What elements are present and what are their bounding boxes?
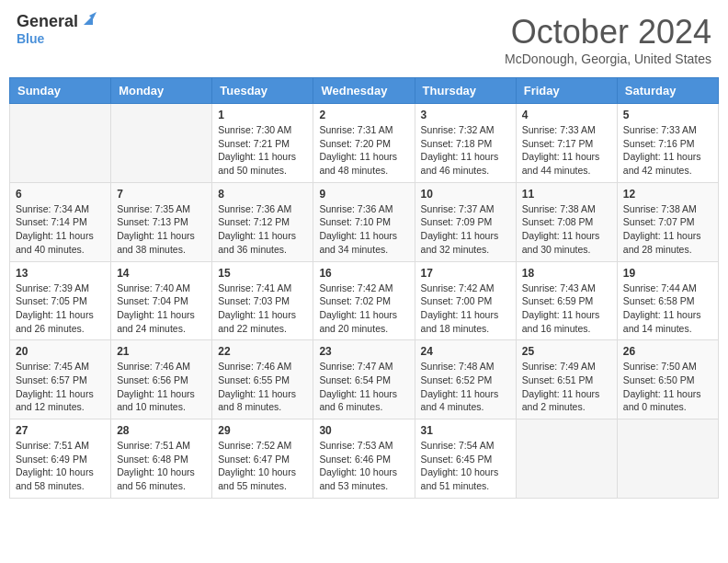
logo-blue: Blue: [17, 31, 44, 46]
calendar-day-cell: 1Sunrise: 7:30 AM Sunset: 7:21 PM Daylig…: [212, 104, 313, 183]
day-number: 19: [623, 267, 712, 280]
calendar-day-cell: 16Sunrise: 7:42 AM Sunset: 7:02 PM Dayli…: [313, 261, 415, 340]
calendar-day-cell: 7Sunrise: 7:35 AM Sunset: 7:13 PM Daylig…: [111, 182, 212, 261]
calendar-day-cell: 27Sunrise: 7:51 AM Sunset: 6:49 PM Dayli…: [10, 419, 111, 499]
day-info: Sunrise: 7:50 AM Sunset: 6:50 PM Dayligh…: [623, 360, 712, 414]
day-info: Sunrise: 7:39 AM Sunset: 7:05 PM Dayligh…: [16, 282, 105, 336]
calendar-week-row: 6Sunrise: 7:34 AM Sunset: 7:14 PM Daylig…: [10, 182, 719, 261]
calendar-day-cell: 8Sunrise: 7:36 AM Sunset: 7:12 PM Daylig…: [212, 182, 313, 261]
day-info: Sunrise: 7:40 AM Sunset: 7:04 PM Dayligh…: [117, 282, 206, 336]
day-number: 20: [16, 345, 105, 358]
day-info: Sunrise: 7:42 AM Sunset: 7:00 PM Dayligh…: [421, 282, 510, 336]
logo: General Blue: [17, 13, 97, 46]
day-info: Sunrise: 7:51 AM Sunset: 6:49 PM Dayligh…: [16, 439, 105, 493]
page-header: General Blue October 2024 McDonough, Geo…: [9, 9, 719, 70]
calendar-day-cell: 13Sunrise: 7:39 AM Sunset: 7:05 PM Dayli…: [10, 261, 111, 340]
day-info: Sunrise: 7:36 AM Sunset: 7:12 PM Dayligh…: [218, 202, 307, 257]
month-title: October 2024: [505, 13, 711, 52]
calendar-day-cell: 25Sunrise: 7:49 AM Sunset: 6:51 PM Dayli…: [516, 340, 617, 419]
day-info: Sunrise: 7:33 AM Sunset: 7:16 PM Dayligh…: [623, 123, 712, 178]
day-number: 17: [421, 267, 510, 280]
calendar-day-cell: [617, 419, 718, 499]
day-number: 18: [522, 267, 611, 280]
day-info: Sunrise: 7:46 AM Sunset: 6:56 PM Dayligh…: [117, 360, 206, 414]
calendar-day-cell: 19Sunrise: 7:44 AM Sunset: 6:58 PM Dayli…: [617, 261, 718, 340]
calendar-week-row: 20Sunrise: 7:45 AM Sunset: 6:57 PM Dayli…: [10, 340, 719, 419]
day-number: 31: [421, 424, 510, 437]
calendar-day-cell: 10Sunrise: 7:37 AM Sunset: 7:09 PM Dayli…: [415, 182, 516, 261]
day-info: Sunrise: 7:49 AM Sunset: 6:51 PM Dayligh…: [522, 360, 611, 414]
day-number: 25: [522, 345, 611, 358]
calendar-day-cell: 17Sunrise: 7:42 AM Sunset: 7:00 PM Dayli…: [415, 261, 516, 340]
calendar-day-cell: [10, 104, 111, 183]
day-of-week-header: Friday: [516, 78, 617, 104]
day-info: Sunrise: 7:30 AM Sunset: 7:21 PM Dayligh…: [218, 123, 307, 178]
calendar-day-cell: [516, 419, 617, 499]
day-info: Sunrise: 7:51 AM Sunset: 6:48 PM Dayligh…: [117, 439, 206, 493]
day-info: Sunrise: 7:33 AM Sunset: 7:17 PM Dayligh…: [522, 123, 611, 178]
calendar-header-row: SundayMondayTuesdayWednesdayThursdayFrid…: [10, 78, 719, 104]
calendar-day-cell: 31Sunrise: 7:54 AM Sunset: 6:45 PM Dayli…: [415, 419, 516, 499]
day-number: 30: [319, 424, 408, 437]
day-of-week-header: Tuesday: [212, 78, 313, 104]
day-number: 6: [16, 188, 105, 201]
day-number: 12: [623, 188, 712, 201]
title-section: October 2024 McDonough, Georgia, United …: [505, 13, 711, 66]
day-info: Sunrise: 7:34 AM Sunset: 7:14 PM Dayligh…: [16, 202, 105, 257]
calendar-day-cell: 22Sunrise: 7:46 AM Sunset: 6:55 PM Dayli…: [212, 340, 313, 419]
day-number: 26: [623, 345, 712, 358]
calendar-day-cell: 26Sunrise: 7:50 AM Sunset: 6:50 PM Dayli…: [617, 340, 718, 419]
calendar-day-cell: 14Sunrise: 7:40 AM Sunset: 7:04 PM Dayli…: [111, 261, 212, 340]
calendar-week-row: 13Sunrise: 7:39 AM Sunset: 7:05 PM Dayli…: [10, 261, 719, 340]
day-number: 22: [218, 345, 307, 358]
calendar-day-cell: 21Sunrise: 7:46 AM Sunset: 6:56 PM Dayli…: [111, 340, 212, 419]
calendar-day-cell: 6Sunrise: 7:34 AM Sunset: 7:14 PM Daylig…: [10, 182, 111, 261]
calendar-day-cell: 9Sunrise: 7:36 AM Sunset: 7:10 PM Daylig…: [313, 182, 415, 261]
day-of-week-header: Thursday: [415, 78, 516, 104]
day-info: Sunrise: 7:31 AM Sunset: 7:20 PM Dayligh…: [319, 123, 408, 178]
svg-marker-1: [89, 12, 97, 19]
calendar-day-cell: 23Sunrise: 7:47 AM Sunset: 6:54 PM Dayli…: [313, 340, 415, 419]
day-number: 16: [319, 267, 408, 280]
calendar-day-cell: 12Sunrise: 7:38 AM Sunset: 7:07 PM Dayli…: [617, 182, 718, 261]
day-number: 28: [117, 424, 206, 437]
day-number: 21: [117, 345, 206, 358]
day-number: 7: [117, 188, 206, 201]
day-of-week-header: Saturday: [617, 78, 718, 104]
calendar-day-cell: 5Sunrise: 7:33 AM Sunset: 7:16 PM Daylig…: [617, 104, 718, 183]
day-info: Sunrise: 7:52 AM Sunset: 6:47 PM Dayligh…: [218, 439, 307, 493]
day-info: Sunrise: 7:42 AM Sunset: 7:02 PM Dayligh…: [319, 282, 408, 336]
day-info: Sunrise: 7:45 AM Sunset: 6:57 PM Dayligh…: [16, 360, 105, 414]
day-number: 23: [319, 345, 408, 358]
day-number: 3: [421, 109, 510, 121]
day-number: 27: [16, 424, 105, 437]
calendar-day-cell: 4Sunrise: 7:33 AM Sunset: 7:17 PM Daylig…: [516, 104, 617, 183]
calendar-day-cell: 11Sunrise: 7:38 AM Sunset: 7:08 PM Dayli…: [516, 182, 617, 261]
day-info: Sunrise: 7:37 AM Sunset: 7:09 PM Dayligh…: [421, 202, 510, 257]
day-number: 14: [117, 267, 206, 280]
day-number: 10: [421, 188, 510, 201]
calendar-day-cell: 2Sunrise: 7:31 AM Sunset: 7:20 PM Daylig…: [313, 104, 415, 183]
logo-bird-icon: [80, 12, 97, 29]
day-info: Sunrise: 7:41 AM Sunset: 7:03 PM Dayligh…: [218, 282, 307, 336]
calendar-day-cell: 29Sunrise: 7:52 AM Sunset: 6:47 PM Dayli…: [212, 419, 313, 499]
calendar-day-cell: 30Sunrise: 7:53 AM Sunset: 6:46 PM Dayli…: [313, 419, 415, 499]
day-info: Sunrise: 7:48 AM Sunset: 6:52 PM Dayligh…: [421, 360, 510, 414]
calendar-week-row: 1Sunrise: 7:30 AM Sunset: 7:21 PM Daylig…: [10, 104, 719, 183]
day-info: Sunrise: 7:36 AM Sunset: 7:10 PM Dayligh…: [319, 202, 408, 257]
day-info: Sunrise: 7:46 AM Sunset: 6:55 PM Dayligh…: [218, 360, 307, 414]
calendar-day-cell: 3Sunrise: 7:32 AM Sunset: 7:18 PM Daylig…: [415, 104, 516, 183]
day-number: 4: [522, 109, 611, 121]
location: McDonough, Georgia, United States: [505, 52, 711, 66]
calendar-day-cell: [111, 104, 212, 183]
calendar-day-cell: 24Sunrise: 7:48 AM Sunset: 6:52 PM Dayli…: [415, 340, 516, 419]
calendar-table: SundayMondayTuesdayWednesdayThursdayFrid…: [9, 77, 719, 499]
day-info: Sunrise: 7:35 AM Sunset: 7:13 PM Dayligh…: [117, 202, 206, 257]
day-number: 29: [218, 424, 307, 437]
calendar-day-cell: 18Sunrise: 7:43 AM Sunset: 6:59 PM Dayli…: [516, 261, 617, 340]
day-info: Sunrise: 7:44 AM Sunset: 6:58 PM Dayligh…: [623, 282, 712, 336]
day-info: Sunrise: 7:38 AM Sunset: 7:07 PM Dayligh…: [623, 202, 712, 257]
day-number: 24: [421, 345, 510, 358]
day-number: 11: [522, 188, 611, 201]
day-info: Sunrise: 7:54 AM Sunset: 6:45 PM Dayligh…: [421, 439, 510, 493]
